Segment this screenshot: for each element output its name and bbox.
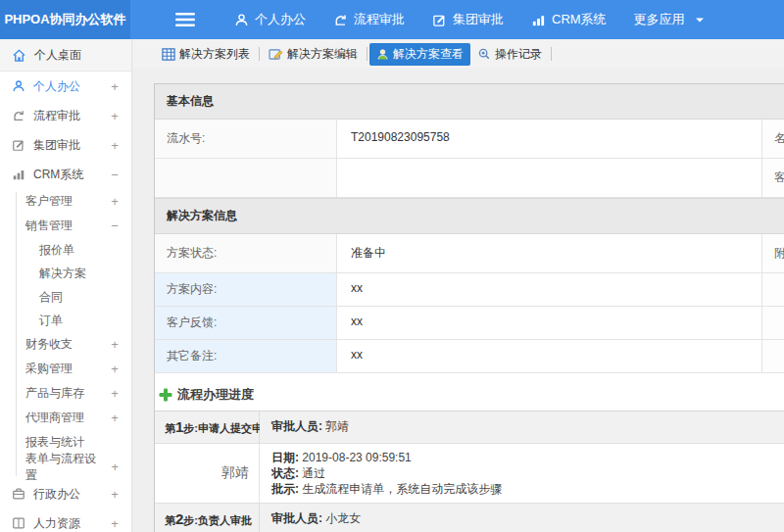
sidebar-item-product-stock[interactable]: 产品与库存 +	[0, 381, 131, 406]
collapse-toggle[interactable]: −	[110, 168, 120, 182]
step-name: 第1步:申请人提交申请	[155, 411, 260, 443]
sidebar-item-crm-system[interactable]: CRM系统 −	[0, 160, 131, 189]
table-row-remarks: 其它备注: xx	[155, 340, 784, 373]
nav-item-more-apps[interactable]: 更多应用	[620, 0, 718, 39]
nav-item-label: CRM系统	[552, 11, 607, 28]
collapse-toggle[interactable]: −	[110, 218, 120, 233]
sidebar-item-label: 采购管理	[25, 361, 73, 377]
flow-redo-icon	[12, 109, 25, 122]
sidebar-item-order[interactable]: 订单	[0, 309, 131, 332]
person-icon	[12, 79, 25, 93]
sidebar-item-label: 订单	[39, 313, 63, 329]
sidebar-item-customer-mgmt[interactable]: 客户管理 +	[0, 189, 131, 214]
sidebar-item-quotation[interactable]: 报价单	[0, 238, 131, 262]
expand-toggle[interactable]: +	[110, 79, 120, 94]
field-value	[337, 159, 762, 197]
sidebar-item-label: 代理商管理	[25, 410, 84, 426]
expand-toggle[interactable]: +	[110, 194, 120, 209]
tab-solution-edit[interactable]: 解决方案编辑	[262, 43, 365, 66]
nav-item-process-approval[interactable]: 流程审批	[319, 0, 418, 39]
sidebar-crm-submenu: 客户管理 + 销售管理 − 报价单 解决方案 合同 订单 财务收支 + 采购管理…	[0, 189, 131, 479]
field-label: 附件	[762, 234, 784, 272]
expand-toggle[interactable]: +	[110, 109, 120, 123]
sidebar-item-desktop[interactable]: 个人桌面	[0, 39, 131, 72]
nav-item-label: 更多应用	[634, 11, 685, 28]
tab-label: 操作记录	[495, 46, 542, 63]
expand-toggle[interactable]: +	[110, 362, 120, 376]
person-view-icon	[376, 48, 389, 61]
sidebar-item-finance[interactable]: 财务收支 +	[0, 332, 131, 357]
tab-label: 解决方案列表	[179, 46, 250, 63]
nav-item-personal-office[interactable]: 个人办公	[220, 0, 319, 39]
expand-toggle[interactable]: +	[110, 411, 120, 425]
sidebar-item-agent-mgmt[interactable]: 代理商管理 +	[0, 406, 131, 430]
solution-detail-panel: 基本信息 流水号: T20190823095758 名称 客户 解决方案信息 方…	[154, 83, 784, 532]
tab-operation-log[interactable]: 操作记录	[470, 43, 549, 66]
hamburger-menu-icon[interactable]	[175, 13, 195, 26]
sidebar-item-label: 表单与流程设置	[25, 451, 103, 484]
sidebar-item-label: 销售管理	[25, 218, 73, 234]
sidebar-item-label: 客户管理	[25, 193, 73, 210]
sidebar-item-label: 报价单	[39, 242, 74, 259]
table-row-content: 方案内容: xx	[155, 273, 784, 307]
bar-chart-icon	[531, 13, 546, 27]
view-tabbar: 解决方案列表 解决方案编辑 解决方案查看 操作记录	[133, 39, 784, 69]
tab-label: 解决方案查看	[393, 46, 464, 63]
field-right-spacer	[762, 307, 784, 339]
nav-item-group-approval[interactable]: 集团审批	[418, 0, 517, 39]
field-label: 方案状态:	[155, 234, 337, 272]
sidebar-item-label: 集团审批	[33, 137, 80, 154]
tab-separator	[367, 47, 368, 61]
step-approver: 审批人员: 小龙女	[260, 504, 784, 532]
field-value: xx	[337, 340, 762, 372]
step-name: 第2步:负责人审批	[155, 504, 260, 532]
sidebar-item-human-resources[interactable]: 人力资源 +	[0, 508, 131, 532]
nav-item-label: 流程审批	[354, 11, 405, 28]
sidebar-item-sales-mgmt[interactable]: 销售管理 −	[0, 214, 131, 238]
section-title-basic-info: 基本信息	[155, 84, 784, 120]
sidebar-item-label: CRM系统	[33, 167, 83, 183]
sidebar-item-purchase[interactable]: 采购管理 +	[0, 357, 131, 381]
field-label: 方案内容:	[155, 273, 337, 306]
step-detail: 日期: 2019-08-23 09:59:51 状态: 通过 批示: 生成流程申…	[260, 444, 784, 503]
sidebar-item-contract[interactable]: 合同	[0, 285, 131, 309]
sidebar-item-solution[interactable]: 解决方案	[0, 262, 131, 285]
approver-name: 郭靖	[155, 444, 260, 503]
expand-toggle[interactable]: +	[110, 138, 120, 153]
nav-item-label: 个人办公	[255, 11, 306, 28]
sidebar-item-label: 行政办公	[33, 486, 80, 503]
progress-step-detail: 郭靖 日期: 2019-08-23 09:59:51 状态: 通过 批示: 生成…	[155, 444, 784, 504]
home-icon	[12, 48, 26, 63]
expand-toggle[interactable]: +	[110, 487, 120, 502]
sidebar: 个人桌面 个人办公 + 流程审批 + 集团审批 + CRM系统 − 客户管理 +…	[0, 39, 132, 532]
sidebar-item-label: 个人办公	[33, 78, 80, 95]
tab-solution-list[interactable]: 解决方案列表	[155, 43, 257, 66]
sidebar-item-group-approval[interactable]: 集团审批 +	[0, 130, 131, 160]
sidebar-item-personal-office[interactable]: 个人办公 +	[0, 72, 131, 101]
chevron-down-icon	[695, 17, 705, 24]
table-grid-icon	[162, 48, 175, 61]
bar-chart-icon	[12, 168, 25, 181]
app-logo: PHPOA协同办公软件	[0, 0, 130, 39]
field-value: T20190823095758	[337, 120, 762, 158]
field-label: 其它备注:	[155, 340, 337, 372]
tab-label: 解决方案编辑	[287, 46, 358, 63]
tab-solution-view[interactable]: 解决方案查看	[369, 43, 470, 66]
expand-toggle[interactable]: +	[110, 386, 120, 401]
expand-toggle[interactable]: +	[110, 516, 120, 531]
progress-section-title: 流程办理进度	[155, 373, 784, 411]
expand-toggle[interactable]: +	[111, 459, 120, 474]
field-right-spacer	[762, 273, 784, 306]
expand-toggle[interactable]: +	[110, 337, 120, 352]
nav-item-crm-system[interactable]: CRM系统	[517, 0, 620, 39]
sidebar-item-form-flow-settings[interactable]: 表单与流程设置 +	[0, 455, 131, 479]
book-icon	[12, 516, 25, 530]
green-plus-icon	[159, 388, 172, 402]
sidebar-item-process-approval[interactable]: 流程审批 +	[0, 101, 131, 130]
progress-step-header: 第1步:申请人提交申请 审批人员: 郭靖	[155, 411, 784, 444]
field-label: 流水号:	[155, 120, 337, 158]
sidebar-item-label: 合同	[39, 289, 63, 306]
sidebar-item-admin-office[interactable]: 行政办公 +	[0, 479, 131, 508]
sidebar-item-label: 人力资源	[33, 515, 80, 532]
step-approver: 审批人员: 郭靖	[260, 411, 784, 443]
